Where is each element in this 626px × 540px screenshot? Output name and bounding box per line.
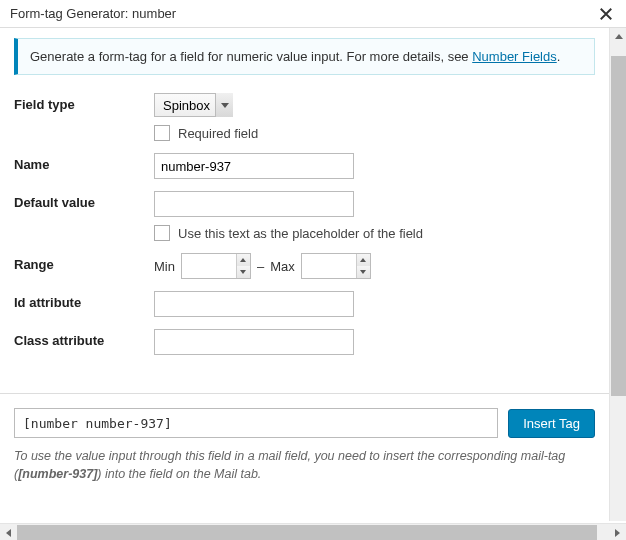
scroll-right-icon[interactable] [609,524,626,540]
row-name: Name [14,153,595,179]
hint-tag: [number-937] [18,467,97,481]
range-dash: – [257,259,264,274]
insert-tag-button[interactable]: Insert Tag [508,409,595,438]
max-spinner[interactable] [356,254,370,278]
required-label: Required field [178,126,258,141]
chevron-up-icon[interactable] [357,254,370,266]
required-row: Required field [154,125,595,141]
placeholder-checkbox[interactable] [154,225,170,241]
vertical-scrollbar-thumb[interactable] [611,56,626,396]
chevron-down-icon[interactable] [237,266,250,278]
placeholder-row: Use this text as the placeholder of the … [154,225,595,241]
row-field-type: Field type Spinbox Required field [14,93,595,141]
row-default-value: Default value Use this text as the place… [14,191,595,241]
row-id: Id attribute [14,291,595,317]
max-input-wrap [301,253,371,279]
close-button[interactable] [596,4,616,24]
field-type-select-wrap: Spinbox [154,93,233,117]
label-class: Class attribute [14,329,154,348]
tag-output[interactable] [14,408,498,438]
form-rows: Field type Spinbox Required field [14,93,595,355]
field-type-select[interactable]: Spinbox [154,93,233,117]
dialog-title: Form-tag Generator: number [10,6,176,21]
class-input[interactable] [154,329,354,355]
row-range: Range Min – Max [14,253,595,279]
scroll-up-icon[interactable] [610,28,626,45]
dialog-titlebar: Form-tag Generator: number [0,0,626,28]
info-notice: Generate a form-tag for a field for nume… [14,38,595,75]
horizontal-scrollbar[interactable] [0,523,626,540]
label-field-type: Field type [14,93,154,112]
hint-after: ) into the field on the Mail tab. [97,467,261,481]
min-label: Min [154,259,175,274]
scroll-left-icon[interactable] [0,524,17,540]
chevron-down-icon[interactable] [357,266,370,278]
label-name: Name [14,153,154,172]
close-icon [599,7,613,21]
row-class: Class attribute [14,329,595,355]
dialog: Form-tag Generator: number Generate a fo… [0,0,626,540]
footer-hint: To use the value input through this fiel… [14,448,595,483]
chevron-up-icon[interactable] [237,254,250,266]
id-input[interactable] [154,291,354,317]
required-checkbox[interactable] [154,125,170,141]
min-input-wrap [181,253,251,279]
min-spinner[interactable] [236,254,250,278]
placeholder-label: Use this text as the placeholder of the … [178,226,423,241]
max-label: Max [270,259,295,274]
default-value-input[interactable] [154,191,354,217]
notice-text: Generate a form-tag for a field for nume… [30,49,472,64]
vertical-scrollbar[interactable] [609,28,626,521]
horizontal-scrollbar-thumb[interactable] [17,525,597,540]
label-default-value: Default value [14,191,154,210]
dialog-body: Generate a form-tag for a field for nume… [0,28,626,521]
tag-row: Insert Tag [14,408,595,438]
name-input[interactable] [154,153,354,179]
label-id: Id attribute [14,291,154,310]
footer: Insert Tag To use the value input throug… [0,393,609,497]
notice-after: . [557,49,561,64]
label-range: Range [14,253,154,272]
notice-link[interactable]: Number Fields [472,49,557,64]
